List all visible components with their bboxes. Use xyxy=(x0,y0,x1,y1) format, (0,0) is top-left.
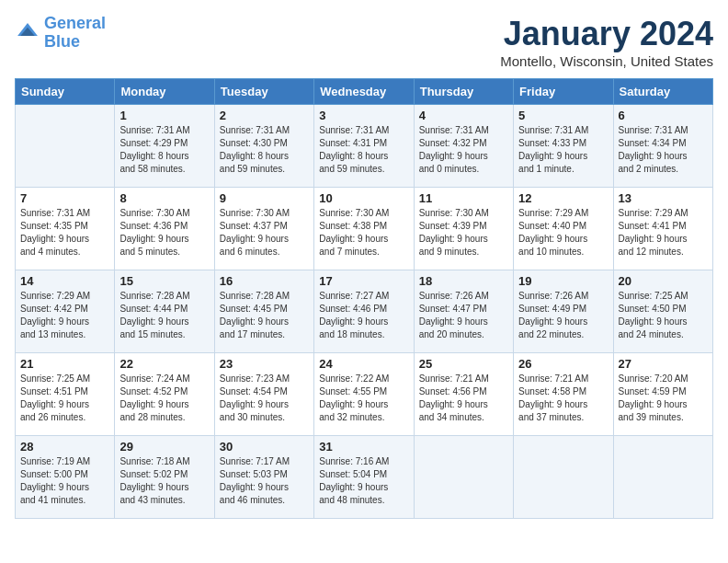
cell-content: Sunrise: 7:29 AM Sunset: 4:42 PM Dayligh… xyxy=(20,290,109,341)
day-number: 5 xyxy=(518,109,608,122)
calendar-week-row: 21Sunrise: 7:25 AM Sunset: 4:51 PM Dayli… xyxy=(16,353,713,436)
col-header-thursday: Thursday xyxy=(414,79,513,105)
calendar-cell: 1Sunrise: 7:31 AM Sunset: 4:29 PM Daylig… xyxy=(115,105,214,188)
logo-blue: Blue xyxy=(44,32,80,51)
day-number: 19 xyxy=(518,274,608,288)
day-number: 9 xyxy=(220,191,309,205)
calendar-cell xyxy=(16,105,115,188)
calendar-cell: 10Sunrise: 7:30 AM Sunset: 4:38 PM Dayli… xyxy=(314,188,414,270)
cell-content: Sunrise: 7:28 AM Sunset: 4:44 PM Dayligh… xyxy=(119,290,209,341)
month-title: January 2024 xyxy=(500,15,713,53)
day-number: 4 xyxy=(419,109,508,122)
calendar-cell: 26Sunrise: 7:21 AM Sunset: 4:58 PM Dayli… xyxy=(514,353,613,436)
calendar-cell xyxy=(514,436,613,519)
cell-content: Sunrise: 7:17 AM Sunset: 5:03 PM Dayligh… xyxy=(220,455,309,507)
day-number: 16 xyxy=(220,274,309,288)
cell-content: Sunrise: 7:19 AM Sunset: 5:00 PM Dayligh… xyxy=(20,455,109,507)
cell-content: Sunrise: 7:25 AM Sunset: 4:50 PM Dayligh… xyxy=(619,290,708,341)
day-number: 17 xyxy=(319,274,408,288)
cell-content: Sunrise: 7:31 AM Sunset: 4:29 PM Dayligh… xyxy=(119,124,209,176)
day-number: 30 xyxy=(220,440,309,454)
day-number: 8 xyxy=(119,191,209,205)
day-number: 11 xyxy=(419,191,508,205)
col-header-wednesday: Wednesday xyxy=(314,79,414,105)
calendar-cell xyxy=(613,436,712,519)
col-header-friday: Friday xyxy=(514,79,613,105)
day-number: 3 xyxy=(319,109,408,122)
col-header-monday: Monday xyxy=(115,79,214,105)
calendar-week-row: 1Sunrise: 7:31 AM Sunset: 4:29 PM Daylig… xyxy=(16,105,713,188)
day-number: 26 xyxy=(518,357,608,371)
calendar-cell: 3Sunrise: 7:31 AM Sunset: 4:31 PM Daylig… xyxy=(314,105,414,188)
cell-content: Sunrise: 7:26 AM Sunset: 4:49 PM Dayligh… xyxy=(518,290,608,341)
location-title: Montello, Wisconsin, United States xyxy=(500,53,713,69)
day-number: 14 xyxy=(20,274,109,288)
calendar-cell: 29Sunrise: 7:18 AM Sunset: 5:02 PM Dayli… xyxy=(115,436,214,519)
calendar-cell: 2Sunrise: 7:31 AM Sunset: 4:30 PM Daylig… xyxy=(214,105,313,188)
calendar-cell: 31Sunrise: 7:16 AM Sunset: 5:04 PM Dayli… xyxy=(314,436,414,519)
cell-content: Sunrise: 7:30 AM Sunset: 4:36 PM Dayligh… xyxy=(119,207,209,259)
cell-content: Sunrise: 7:30 AM Sunset: 4:39 PM Dayligh… xyxy=(419,207,508,259)
calendar-cell: 9Sunrise: 7:30 AM Sunset: 4:37 PM Daylig… xyxy=(214,188,313,270)
cell-content: Sunrise: 7:18 AM Sunset: 5:02 PM Dayligh… xyxy=(119,455,209,507)
day-number: 12 xyxy=(518,191,608,205)
calendar-cell: 11Sunrise: 7:30 AM Sunset: 4:39 PM Dayli… xyxy=(414,188,513,270)
title-area: January 2024 Montello, Wisconsin, United… xyxy=(500,15,713,69)
calendar-cell: 27Sunrise: 7:20 AM Sunset: 4:59 PM Dayli… xyxy=(613,353,712,436)
calendar-cell: 14Sunrise: 7:29 AM Sunset: 4:42 PM Dayli… xyxy=(16,270,115,353)
calendar-cell: 8Sunrise: 7:30 AM Sunset: 4:36 PM Daylig… xyxy=(115,188,214,270)
calendar-cell: 30Sunrise: 7:17 AM Sunset: 5:03 PM Dayli… xyxy=(214,436,313,519)
calendar-cell: 20Sunrise: 7:25 AM Sunset: 4:50 PM Dayli… xyxy=(613,270,712,353)
cell-content: Sunrise: 7:31 AM Sunset: 4:31 PM Dayligh… xyxy=(319,124,408,176)
cell-content: Sunrise: 7:27 AM Sunset: 4:46 PM Dayligh… xyxy=(319,290,408,341)
calendar-week-row: 14Sunrise: 7:29 AM Sunset: 4:42 PM Dayli… xyxy=(16,270,713,353)
calendar-cell: 13Sunrise: 7:29 AM Sunset: 4:41 PM Dayli… xyxy=(613,188,712,270)
calendar-cell: 22Sunrise: 7:24 AM Sunset: 4:52 PM Dayli… xyxy=(115,353,214,436)
cell-content: Sunrise: 7:28 AM Sunset: 4:45 PM Dayligh… xyxy=(220,290,309,341)
col-header-saturday: Saturday xyxy=(613,79,712,105)
col-header-sunday: Sunday xyxy=(16,79,115,105)
calendar-cell: 12Sunrise: 7:29 AM Sunset: 4:40 PM Dayli… xyxy=(514,188,613,270)
day-number: 2 xyxy=(220,109,309,122)
cell-content: Sunrise: 7:31 AM Sunset: 4:33 PM Dayligh… xyxy=(518,124,608,176)
cell-content: Sunrise: 7:24 AM Sunset: 4:52 PM Dayligh… xyxy=(119,373,209,424)
calendar-cell: 15Sunrise: 7:28 AM Sunset: 4:44 PM Dayli… xyxy=(115,270,214,353)
cell-content: Sunrise: 7:31 AM Sunset: 4:35 PM Dayligh… xyxy=(20,207,109,259)
calendar-cell: 16Sunrise: 7:28 AM Sunset: 4:45 PM Dayli… xyxy=(214,270,313,353)
day-number: 29 xyxy=(119,440,209,454)
cell-content: Sunrise: 7:20 AM Sunset: 4:59 PM Dayligh… xyxy=(619,373,708,424)
calendar-cell: 7Sunrise: 7:31 AM Sunset: 4:35 PM Daylig… xyxy=(16,188,115,270)
calendar-cell: 5Sunrise: 7:31 AM Sunset: 4:33 PM Daylig… xyxy=(514,105,613,188)
day-number: 15 xyxy=(119,274,209,288)
calendar-header-row: SundayMondayTuesdayWednesdayThursdayFrid… xyxy=(16,79,713,105)
day-number: 25 xyxy=(419,357,508,371)
day-number: 1 xyxy=(119,109,209,122)
cell-content: Sunrise: 7:31 AM Sunset: 4:30 PM Dayligh… xyxy=(220,124,309,176)
calendar-cell: 18Sunrise: 7:26 AM Sunset: 4:47 PM Dayli… xyxy=(414,270,513,353)
cell-content: Sunrise: 7:31 AM Sunset: 4:32 PM Dayligh… xyxy=(419,124,508,176)
calendar-cell: 4Sunrise: 7:31 AM Sunset: 4:32 PM Daylig… xyxy=(414,105,513,188)
day-number: 18 xyxy=(419,274,508,288)
day-number: 24 xyxy=(319,357,408,371)
cell-content: Sunrise: 7:29 AM Sunset: 4:41 PM Dayligh… xyxy=(619,207,708,259)
calendar-week-row: 28Sunrise: 7:19 AM Sunset: 5:00 PM Dayli… xyxy=(16,436,713,519)
day-number: 31 xyxy=(319,440,408,454)
calendar-cell: 19Sunrise: 7:26 AM Sunset: 4:49 PM Dayli… xyxy=(514,270,613,353)
logo: General Blue xyxy=(15,15,106,52)
cell-content: Sunrise: 7:22 AM Sunset: 4:55 PM Dayligh… xyxy=(319,373,408,424)
logo-text: General Blue xyxy=(44,15,106,52)
day-number: 21 xyxy=(20,357,109,371)
col-header-tuesday: Tuesday xyxy=(214,79,313,105)
calendar-cell: 24Sunrise: 7:22 AM Sunset: 4:55 PM Dayli… xyxy=(314,353,414,436)
day-number: 20 xyxy=(619,274,708,288)
logo-general: General xyxy=(44,14,106,32)
day-number: 10 xyxy=(319,191,408,205)
calendar-cell: 23Sunrise: 7:23 AM Sunset: 4:54 PM Dayli… xyxy=(214,353,313,436)
calendar-cell: 6Sunrise: 7:31 AM Sunset: 4:34 PM Daylig… xyxy=(613,105,712,188)
day-number: 22 xyxy=(119,357,209,371)
cell-content: Sunrise: 7:25 AM Sunset: 4:51 PM Dayligh… xyxy=(20,373,109,424)
day-number: 13 xyxy=(619,191,708,205)
cell-content: Sunrise: 7:31 AM Sunset: 4:34 PM Dayligh… xyxy=(619,124,708,176)
cell-content: Sunrise: 7:30 AM Sunset: 4:38 PM Dayligh… xyxy=(319,207,408,259)
day-number: 27 xyxy=(619,357,708,371)
